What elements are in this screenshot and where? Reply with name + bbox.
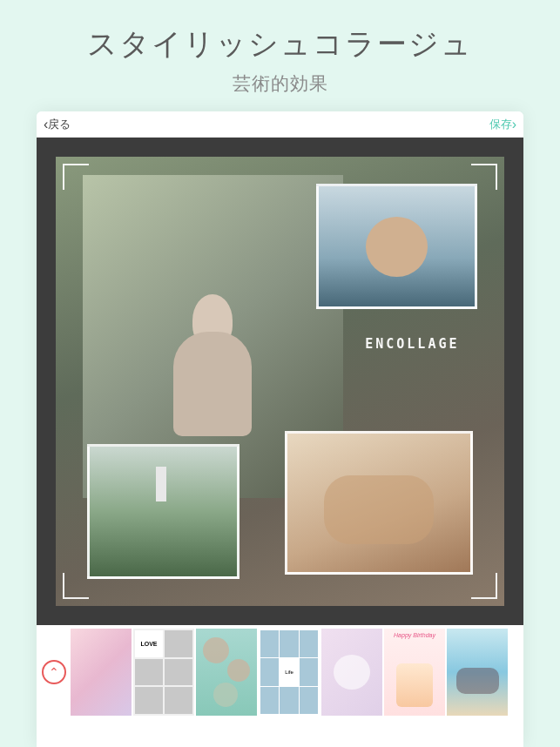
template-thumb-6[interactable]: Happy Birthday xyxy=(384,629,445,716)
save-label: 保存 xyxy=(489,117,512,132)
photo-slot-1[interactable] xyxy=(316,184,477,309)
template-thumb-5[interactable] xyxy=(321,629,382,716)
template-life-label: Life xyxy=(280,658,298,685)
frame-corner-icon xyxy=(63,573,89,599)
template-thumb-7[interactable] xyxy=(447,629,508,716)
hero-banner: スタイリッシュコラージュ 芸術的効果 xyxy=(0,0,560,111)
photo-slot-3[interactable] xyxy=(285,431,473,575)
frame-corner-icon xyxy=(471,573,497,599)
top-bar: ‹ 戻る 保存 › xyxy=(37,111,523,138)
photo-slot-2[interactable] xyxy=(87,444,240,579)
chevron-right-icon: › xyxy=(512,118,516,131)
back-button[interactable]: ‹ 戻る xyxy=(44,117,71,132)
frame-corner-icon xyxy=(63,164,89,190)
hero-title: スタイリッシュコラージュ xyxy=(0,24,560,64)
watermark-text: ENCOLLAGE xyxy=(365,336,459,352)
template-thumb-1[interactable] xyxy=(71,629,132,716)
template-thumb-3[interactable] xyxy=(196,629,257,716)
expand-templates-button[interactable]: ⌃ xyxy=(42,660,66,684)
save-button[interactable]: 保存 › xyxy=(489,117,516,132)
app-window: ‹ 戻る 保存 › ENCOLLAGE ⌃ LOVE xyxy=(37,111,523,747)
canvas-area: ENCOLLAGE xyxy=(37,138,523,625)
template-birthday-label: Happy Birthday xyxy=(384,632,445,638)
template-bar: ⌃ LOVE Life Happy Birthday xyxy=(37,625,523,719)
chevron-up-icon: ⌃ xyxy=(49,665,59,679)
back-label: 戻る xyxy=(48,117,71,132)
hero-subtitle: 芸術的効果 xyxy=(0,71,560,96)
template-love-label: LOVE xyxy=(135,630,163,657)
template-thumb-4[interactable]: Life xyxy=(259,629,320,716)
template-thumb-2[interactable]: LOVE xyxy=(133,629,194,716)
collage-canvas[interactable]: ENCOLLAGE xyxy=(56,157,504,606)
